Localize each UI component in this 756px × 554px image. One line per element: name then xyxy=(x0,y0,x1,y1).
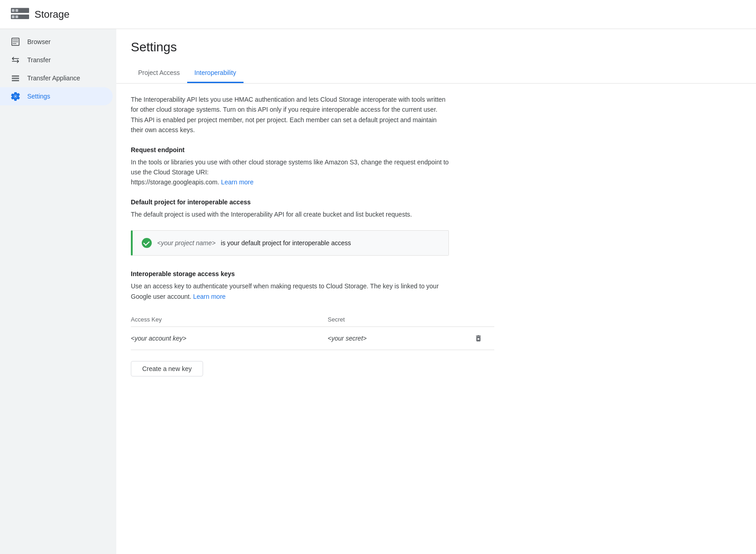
access-keys-title: Interoperable storage access keys xyxy=(131,270,741,277)
create-new-key-button[interactable]: Create a new key xyxy=(131,361,203,376)
sidebar-item-transfer-label: Transfer xyxy=(27,56,51,64)
tabs-container: Project Access Interoperability xyxy=(131,64,741,83)
access-keys-learn-more[interactable]: Learn more xyxy=(193,293,226,300)
svg-rect-8 xyxy=(12,75,19,77)
sidebar-item-settings-label: Settings xyxy=(27,93,50,100)
request-endpoint-section: Request endpoint In the tools or librari… xyxy=(131,146,741,188)
main-layout: Browser Transfer Transfer Appliance xyxy=(0,29,756,554)
keys-table: Access Key Secret <your account key> <yo… xyxy=(131,312,494,350)
interoperability-description: The Interoperability API lets you use HM… xyxy=(131,94,449,135)
default-project-title: Default project for interoperable access xyxy=(131,198,741,206)
top-header: Storage xyxy=(0,0,756,29)
transfer-appliance-icon xyxy=(11,74,20,83)
delete-cell xyxy=(472,326,494,350)
sidebar-item-browser[interactable]: Browser xyxy=(0,33,113,51)
delete-key-button[interactable] xyxy=(472,332,484,344)
app-title: Storage xyxy=(35,9,70,20)
request-endpoint-learn-more[interactable]: Learn more xyxy=(221,178,254,186)
transfer-icon xyxy=(11,55,20,64)
project-box-text: <your project name> is your default proj… xyxy=(157,239,351,247)
sidebar-item-transfer[interactable]: Transfer xyxy=(0,51,113,69)
sidebar-item-transfer-appliance[interactable]: Transfer Appliance xyxy=(0,69,113,87)
request-endpoint-title: Request endpoint xyxy=(131,146,741,153)
project-name: <your project name> xyxy=(157,239,215,247)
content-area: Settings Project Access Interoperability… xyxy=(116,29,756,554)
sidebar-item-transfer-appliance-label: Transfer Appliance xyxy=(27,74,80,82)
table-row: <your account key> <your secret> xyxy=(131,326,494,350)
storage-logo-icon xyxy=(11,7,29,22)
request-endpoint-uri: https://storage.googleapis.com. xyxy=(131,178,219,186)
secret-value: <your secret> xyxy=(328,326,472,350)
svg-rect-5 xyxy=(12,15,15,18)
content-header: Settings Project Access Interoperability xyxy=(116,29,756,84)
project-suffix: is your default project for interoperabl… xyxy=(221,239,351,247)
delete-icon xyxy=(474,334,482,342)
col-header-access-key: Access Key xyxy=(131,312,328,327)
default-project-text: The default project is used with the Int… xyxy=(131,209,449,219)
col-header-secret: Secret xyxy=(328,312,472,327)
access-keys-text: Use an access key to authenticate yourse… xyxy=(131,281,449,302)
check-icon xyxy=(142,238,152,248)
svg-rect-3 xyxy=(15,9,18,12)
default-project-box: <your project name> is your default proj… xyxy=(131,230,449,256)
sidebar: Browser Transfer Transfer Appliance xyxy=(0,29,116,554)
table-header-row: Access Key Secret xyxy=(131,312,494,327)
access-keys-section: Interoperable storage access keys Use an… xyxy=(131,270,741,376)
browser-icon xyxy=(11,37,20,46)
svg-rect-10 xyxy=(12,80,19,81)
svg-rect-9 xyxy=(12,78,19,79)
svg-rect-2 xyxy=(12,9,15,12)
settings-icon xyxy=(11,92,20,101)
sidebar-item-browser-label: Browser xyxy=(27,38,50,45)
header-logo: Storage xyxy=(11,7,70,22)
svg-rect-6 xyxy=(15,15,18,18)
request-endpoint-text: In the tools or libraries you use with o… xyxy=(131,157,449,188)
tab-project-access[interactable]: Project Access xyxy=(131,64,187,83)
content-body: The Interoperability API lets you use HM… xyxy=(116,84,756,396)
sidebar-item-settings[interactable]: Settings xyxy=(0,87,113,105)
access-key-value: <your account key> xyxy=(131,326,328,350)
page-title: Settings xyxy=(131,40,741,54)
default-project-section: Default project for interoperable access… xyxy=(131,198,741,256)
col-header-delete xyxy=(472,312,494,327)
tab-interoperability[interactable]: Interoperability xyxy=(187,64,244,83)
